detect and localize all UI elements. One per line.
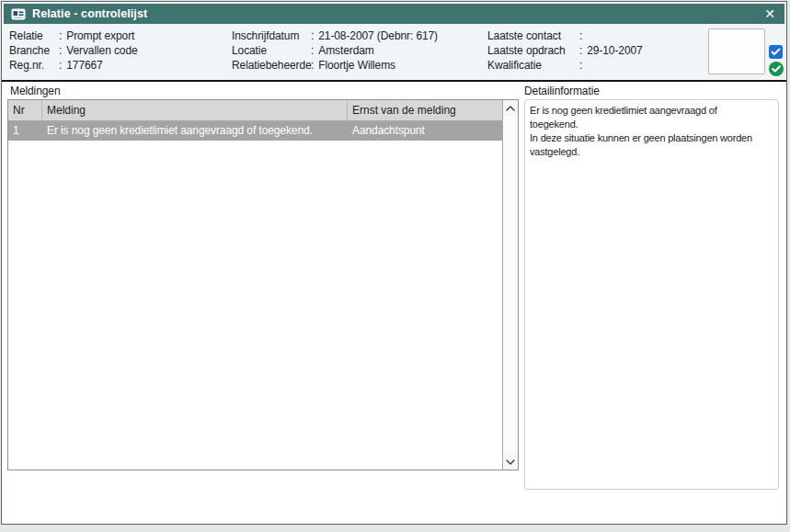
field-label: Reg.nr.	[9, 58, 59, 73]
cell-nr: 1	[8, 121, 42, 141]
contact-card-icon	[11, 8, 26, 20]
field-inschrijfdatum: Inschrijfdatum:21-08-2007 (Debnr: 617)	[232, 28, 438, 43]
field-regnr: Reg.nr.:177667	[9, 58, 138, 73]
field-laatste-opdracht: Laatste opdrach:29-10-2007	[487, 43, 643, 58]
field-separator: :	[579, 43, 582, 58]
field-separator: :	[59, 28, 62, 43]
relation-header: Relatie:Prompt export Branche:Vervallen …	[2, 26, 786, 80]
photo-placeholder	[708, 28, 765, 74]
field-separator: :	[311, 58, 314, 73]
field-label: Laatste contact	[487, 28, 579, 43]
field-value: 21-08-2007 (Debnr: 617)	[318, 28, 438, 43]
table-header-row: Nr Melding Ernst van de melding	[8, 100, 502, 121]
scroll-up-icon[interactable]	[503, 100, 518, 116]
field-locatie: Locatie:Amsterdam	[232, 43, 438, 58]
meldingen-table: Nr Melding Ernst van de melding 1 Er is …	[7, 99, 519, 470]
column-header-nr[interactable]: Nr	[8, 100, 42, 120]
detail-section-label: Detailinformatie	[524, 85, 600, 97]
status-icons	[769, 45, 784, 76]
header-column-3: Laatste contact: Laatste opdrach:29-10-2…	[487, 28, 643, 73]
approved-check-icon	[769, 62, 784, 76]
field-separator: :	[59, 58, 62, 73]
field-relatiebeheerder: Relatiebeheerde:Floortje Willems	[232, 58, 438, 73]
field-value: 29-10-2007	[587, 43, 642, 58]
title-bar[interactable]: Relatie - controlelijst ✕	[4, 4, 784, 24]
field-value: Prompt export	[66, 28, 134, 43]
checked-checkbox-icon[interactable]	[769, 45, 783, 59]
field-value: Vervallen code	[66, 43, 137, 58]
detail-information-pane[interactable]: Er is nog geen kredietlimiet aangevraagd…	[524, 99, 779, 490]
field-label: Kwalificatie	[487, 58, 579, 73]
field-label: Relatie	[9, 28, 59, 43]
column-header-melding[interactable]: Melding	[42, 100, 348, 120]
header-column-2: Inschrijfdatum:21-08-2007 (Debnr: 617) L…	[232, 28, 438, 73]
field-label: Branche	[9, 43, 59, 58]
relatie-controlelijst-dialog: Relatie - controlelijst ✕ Relatie:Prompt…	[1, 1, 787, 525]
window-title: Relatie - controlelijst	[32, 7, 756, 20]
table-row[interactable]: 1 Er is nog geen kredietlimiet aangevraa…	[8, 121, 502, 141]
dialog-body: Meldingen Detailinformatie Nr Melding Er…	[2, 82, 786, 524]
field-separator: :	[59, 43, 62, 58]
field-separator: :	[579, 28, 582, 43]
field-label: Relatiebeheerde	[232, 58, 311, 73]
field-value: 177667	[66, 58, 102, 73]
field-separator: :	[311, 28, 314, 43]
field-kwalificatie: Kwalificatie:	[487, 58, 643, 73]
close-icon[interactable]: ✕	[762, 7, 777, 20]
cell-melding: Er is nog geen kredietlimiet aangevraagd…	[42, 121, 348, 141]
field-branche: Branche:Vervallen code	[9, 43, 138, 58]
field-laatste-contact: Laatste contact:	[487, 28, 643, 43]
field-relatie: Relatie:Prompt export	[9, 28, 138, 43]
field-value: Floortje Willems	[318, 58, 395, 73]
scroll-down-icon[interactable]	[503, 454, 518, 470]
field-label: Laatste opdrach	[487, 43, 579, 58]
field-label: Inschrijfdatum	[232, 28, 311, 43]
header-column-1: Relatie:Prompt export Branche:Vervallen …	[9, 28, 138, 73]
column-header-ernst[interactable]: Ernst van de melding	[348, 100, 502, 120]
table-scrollbar[interactable]	[502, 100, 518, 470]
meldingen-section-label: Meldingen	[10, 85, 60, 97]
cell-ernst: Aandachtspunt	[348, 121, 502, 141]
field-separator: :	[311, 43, 314, 58]
field-separator: :	[579, 58, 582, 73]
field-value: Amsterdam	[318, 43, 373, 58]
field-label: Locatie	[232, 43, 311, 58]
